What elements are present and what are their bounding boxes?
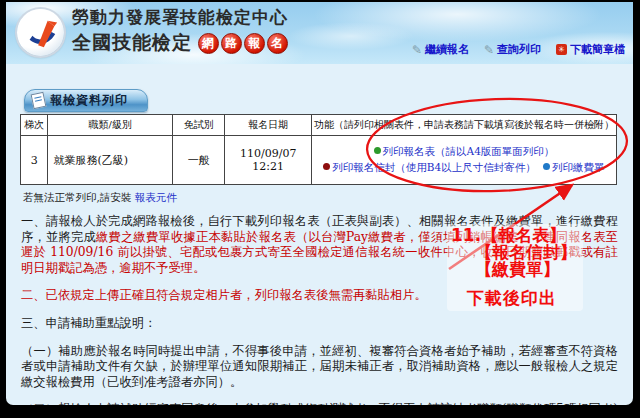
col-header-round: 梯次 <box>21 115 48 136</box>
main-content: 報檢資料列印 梯次 職類/級別 免試別 報名日期 功能（請列印相關表件，申請表務… <box>6 64 633 405</box>
pdf-icon: ✳ <box>556 44 567 55</box>
note-paragraph-1: 一、請報檢人於完成網路報檢後，自行下載列印報名表（正表與副表）、相關報名表件及繳… <box>21 214 618 276</box>
site-header: 勞動力發展署技能檢定中心 全國技能檢定 網 路 報 名 ✎ 繼續報名 ✎ 查詢列… <box>6 2 633 64</box>
table-row: 3 就業服務(乙級) 一般 110/09/07 12:21 列印報名表（請以A4… <box>21 136 617 185</box>
note1-red-text: 繳費之繳費單收據正本黏貼於報名表（以台灣Pay繳費者，僅須填列銷帳編號），連同報… <box>21 230 618 275</box>
page: 勞動力發展署技能檢定中心 全國技能檢定 網 路 報 名 ✎ 繼續報名 ✎ 查詢列… <box>6 2 633 405</box>
badge-char: 報 <box>244 33 265 54</box>
pen-icon: ✎ <box>484 43 494 57</box>
badge-char: 名 <box>267 33 288 54</box>
badge-char: 路 <box>221 33 242 54</box>
cell-category: 就業服務(乙級) <box>48 136 172 185</box>
note-paragraph-2: 二、已依規定上傳正確且符合規定相片者，列印報名表後無需再黏貼相片。 <box>21 288 618 304</box>
site-title-line1: 勞動力發展署技能檢定中心 <box>72 6 288 29</box>
note-paragraph-3: 三、申請補助重點說明： <box>21 316 618 332</box>
site-title-line2-text: 全國技能檢定 <box>72 30 192 56</box>
note-paragraph-3b: （二）報檢人申請補助經審查同意後，未參加學科或術科測試者，不得再申請該缺考職類(… <box>21 402 618 405</box>
cell-round: 3 <box>21 136 48 185</box>
query-print-label: 查詢列印 <box>497 42 541 57</box>
table-header-row: 梯次 職類/級別 免試別 報名日期 功能（請列印相關表件，申請表務請下載填寫後於… <box>21 115 617 136</box>
download-handbook-link[interactable]: ✳ 下載簡章檔 <box>556 42 625 57</box>
green-bullet-icon <box>374 147 381 154</box>
download-handbook-label: 下載簡章檔 <box>570 42 625 57</box>
badge-char: 網 <box>198 33 219 54</box>
dark-red-bullet-icon <box>323 163 330 170</box>
print-envelope-link[interactable]: 列印報名信封（使用B4以上尺寸信封寄件） <box>332 161 535 173</box>
online-registration-badges: 網 路 報 名 <box>196 33 288 54</box>
component-install-hint: 若無法正常列印,請安裝 報表元件 <box>23 191 618 205</box>
top-nav: ✎ 繼續報名 ✎ 查詢列印 ✳ 下載簡章檔 <box>412 42 625 57</box>
col-header-function: 功能（請列印相關表件，申請表務請下載填寫後於報名時一併檢附） <box>311 115 616 136</box>
blue-bullet-icon <box>543 163 550 170</box>
pen-icon: ✎ <box>412 43 422 57</box>
note-paragraph-3a: （一）補助應於報名時同時提出申請，不得事後申請，並經初、複審符合資格者始予補助，… <box>21 344 618 391</box>
report-component-link[interactable]: 報表元件 <box>135 191 177 203</box>
agency-logo-icon <box>17 9 64 56</box>
cell-function: 列印報名表（請以A4版面單面列印） 列印報名信封（使用B4以上尺寸信封寄件） 列… <box>311 136 616 185</box>
section-title: 報檢資料列印 <box>50 92 128 109</box>
registration-table: 梯次 職類/級別 免試別 報名日期 功能（請列印相關表件，申請表務請下載填寫後於… <box>20 114 617 185</box>
site-title-line2: 全國技能檢定 網 路 報 名 <box>72 30 288 56</box>
query-print-link[interactable]: ✎ 查詢列印 <box>484 42 541 57</box>
document-icon <box>31 92 47 109</box>
cell-date: 110/09/07 12:21 <box>225 136 312 185</box>
site-title: 勞動力發展署技能檢定中心 全國技能檢定 網 路 報 名 <box>72 6 288 56</box>
print-application-form-link[interactable]: 列印報名表（請以A4版面單面列印） <box>383 145 555 157</box>
cell-exempt: 一般 <box>172 136 224 185</box>
continue-registration-link[interactable]: ✎ 繼續報名 <box>412 42 469 57</box>
col-header-exempt: 免試別 <box>172 115 224 136</box>
continue-registration-label: 繼續報名 <box>425 42 469 57</box>
col-header-date: 報名日期 <box>225 115 312 136</box>
print-payment-slip-link[interactable]: 列印繳費單 <box>552 161 605 173</box>
section-tab-print-data: 報檢資料列印 <box>24 89 148 112</box>
install-hint-text: 若無法正常列印,請安裝 <box>23 191 131 203</box>
col-header-category: 職類/級別 <box>48 115 172 136</box>
